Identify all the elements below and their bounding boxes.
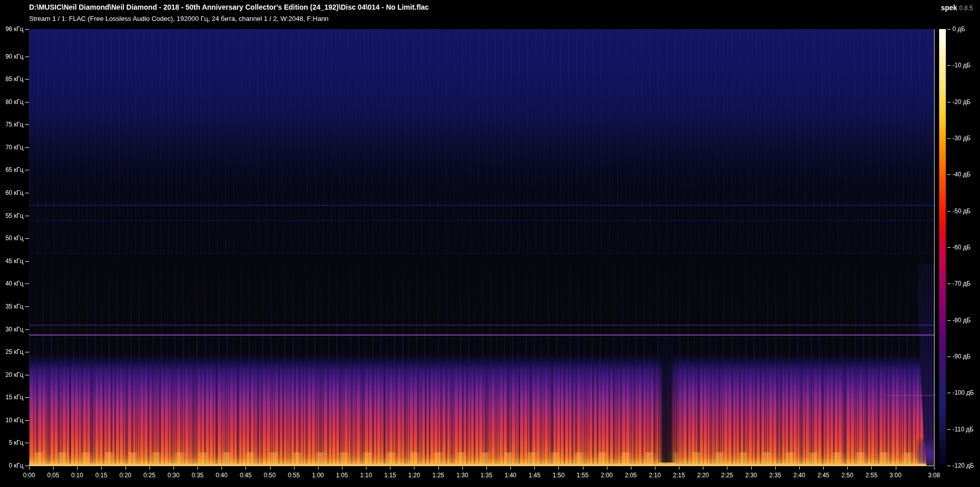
time-tick [583, 467, 583, 470]
time-tick-label: 1:35 [474, 471, 499, 479]
db-tick [947, 320, 950, 321]
freq-tick [25, 420, 29, 421]
time-tick [775, 467, 776, 470]
spectral-line [29, 335, 934, 336]
freq-tick [25, 352, 29, 352]
time-tick [222, 467, 222, 470]
freq-tick-label: 20 кГц [0, 371, 23, 379]
freq-tick-label: 60 кГц [0, 189, 23, 197]
app-badge: spek 0.8.5 [941, 4, 973, 12]
db-tick [947, 284, 950, 284]
time-tick [703, 467, 703, 470]
time-tick [414, 467, 414, 470]
time-tick-label: 2:35 [763, 471, 788, 479]
time-tick-label: 3:08 [922, 471, 946, 479]
time-tick [631, 467, 631, 470]
time-tick [101, 467, 102, 470]
db-tick-label: -30 дБ [952, 134, 971, 142]
db-tick [947, 466, 950, 466]
time-tick [727, 467, 727, 470]
time-tick [655, 467, 655, 470]
time-tick-label: 2:40 [787, 471, 812, 479]
freq-tick [25, 57, 29, 57]
app-version: 0.8.5 [959, 5, 973, 12]
time-tick-label: 1:00 [306, 471, 330, 479]
freq-tick [25, 124, 29, 125]
stream-info: Stream 1 / 1: FLAC (Free Lossless Audio … [29, 15, 329, 22]
freq-tick-label: 0 кГц [0, 462, 23, 470]
time-tick-label: 2:55 [859, 471, 884, 479]
time-tick [799, 467, 800, 470]
time-tick [679, 467, 679, 470]
time-tick [366, 467, 366, 470]
db-tick-label: -70 дБ [952, 279, 971, 288]
freq-tick [25, 284, 29, 284]
freq-tick-label: 5 кГц [0, 439, 23, 447]
db-tick-label: -110 дБ [952, 425, 973, 433]
time-tick [294, 467, 295, 470]
freq-tick-label: 70 кГц [0, 143, 23, 151]
time-tick [174, 467, 174, 470]
time-tick-label: 2:10 [643, 471, 667, 479]
time-tick-label: 0:15 [89, 471, 113, 479]
time-tick-label: 0:35 [185, 471, 210, 479]
freq-tick [25, 329, 29, 330]
time-tick [29, 467, 30, 470]
time-tick-label: 1:30 [450, 471, 475, 479]
freq-tick-label: 30 кГц [0, 325, 23, 334]
spectral-line [29, 325, 934, 325]
spek-window: D:\MUSIC\Neil Diamond\Neil Diamond - 201… [0, 0, 980, 487]
freq-tick-label: 50 кГц [0, 234, 23, 242]
freq-tick-label: 15 кГц [0, 393, 23, 401]
time-tick-label: 0:30 [161, 471, 186, 479]
time-tick [342, 467, 342, 470]
time-tick [198, 467, 198, 470]
freq-tick-label: 80 кГц [0, 98, 23, 106]
db-tick-label: -100 дБ [952, 389, 974, 397]
time-tick-label: 2:00 [595, 471, 619, 479]
time-tick-label: 0:50 [258, 471, 282, 479]
time-tick [751, 467, 752, 470]
time-tick-label: 2:20 [691, 471, 715, 479]
freq-tick [25, 170, 29, 170]
time-tick [510, 467, 511, 470]
db-tick-label: -20 дБ [952, 98, 971, 106]
file-path-title: D:\MUSIC\Neil Diamond\Neil Diamond - 201… [29, 3, 429, 11]
time-tick-label: 1:10 [354, 471, 378, 479]
db-tick [947, 211, 950, 212]
freq-tick-label: 75 кГц [0, 120, 23, 129]
db-tick-label: -40 дБ [952, 170, 971, 178]
freq-tick-label: 96 кГц [0, 25, 23, 33]
time-tick [462, 467, 463, 470]
time-tick [77, 467, 78, 470]
db-tick [947, 174, 950, 175]
freq-tick [25, 397, 29, 398]
spectral-line [886, 395, 934, 396]
time-tick [53, 467, 54, 470]
ultrasonic-noise-region [29, 29, 934, 254]
time-tick-label: 2:30 [739, 471, 764, 479]
harmonic-spike-region [29, 245, 934, 370]
time-tick-label: 2:25 [715, 471, 739, 479]
time-tick-label: 1:45 [522, 471, 547, 479]
freq-tick [25, 261, 29, 262]
db-tick-label: -10 дБ [952, 61, 971, 69]
db-colorbar [939, 29, 946, 466]
spectrogram-canvas [29, 29, 935, 466]
time-tick-label: 1:55 [571, 471, 595, 479]
time-tick-label: 0:25 [137, 471, 162, 479]
time-tick [896, 467, 896, 470]
db-tick [947, 393, 950, 393]
time-tick [318, 467, 318, 470]
time-tick-label: 1:50 [546, 471, 571, 479]
time-tick-label: 0:45 [233, 471, 258, 479]
db-tick-label: -60 дБ [952, 243, 971, 251]
db-tick [947, 429, 950, 430]
freq-tick-label: 40 кГц [0, 279, 23, 288]
freq-tick-label: 10 кГц [0, 416, 23, 424]
time-tick-label: 2:05 [619, 471, 643, 479]
db-tick-label: -50 дБ [952, 207, 971, 215]
time-tick-label: 2:15 [667, 471, 691, 479]
freq-tick-label: 90 кГц [0, 53, 23, 61]
freq-tick [25, 216, 29, 216]
